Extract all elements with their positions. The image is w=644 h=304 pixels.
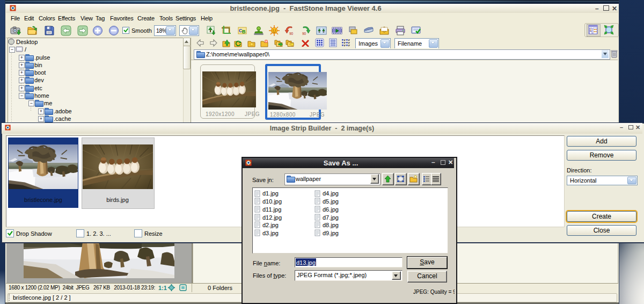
svg-text:90: 90	[302, 32, 306, 35]
svg-text:90: 90	[289, 32, 294, 35]
svg-text:B: B	[242, 29, 246, 34]
